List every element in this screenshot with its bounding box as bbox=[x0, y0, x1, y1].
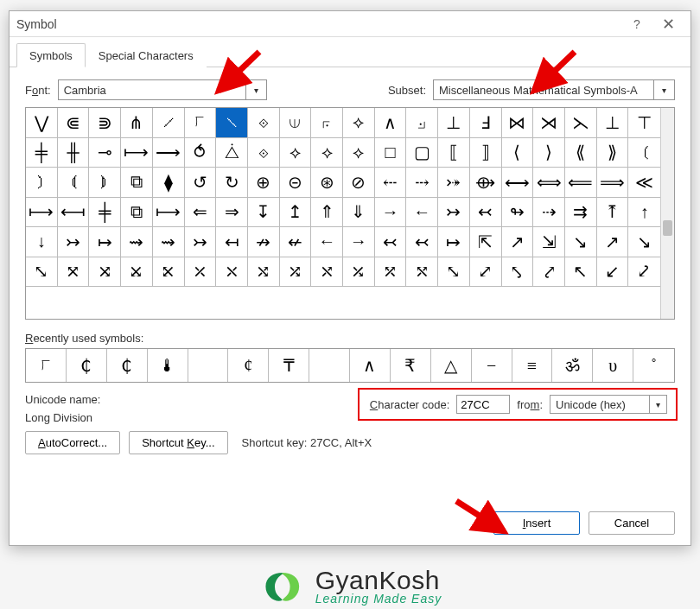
symbol-cell[interactable]: ↘ bbox=[628, 227, 660, 257]
symbol-cell[interactable]: ⤢ bbox=[470, 257, 502, 288]
recent-symbol-cell[interactable]: ∧ bbox=[350, 349, 391, 382]
symbol-cell[interactable]: ⇉ bbox=[565, 198, 597, 228]
symbol-cell[interactable]: ↢ bbox=[375, 227, 407, 257]
symbol-cell[interactable]: ⟷ bbox=[502, 168, 534, 198]
symbol-cell[interactable]: ⤏ bbox=[406, 168, 438, 198]
font-select[interactable]: Cambria ▾ bbox=[58, 79, 267, 100]
symbol-cell[interactable]: ⊸ bbox=[89, 138, 121, 168]
symbol-cell[interactable]: ↦ bbox=[89, 227, 121, 257]
recent-symbol-cell[interactable]: ˚ bbox=[633, 349, 674, 382]
symbol-cell[interactable]: ⊘ bbox=[343, 168, 375, 198]
recent-symbol-cell[interactable]: υ bbox=[593, 349, 633, 382]
symbol-cell[interactable]: ↺ bbox=[185, 168, 217, 198]
symbol-cell[interactable]: ⤎ bbox=[375, 168, 407, 198]
symbol-cell[interactable]: ⊝ bbox=[280, 168, 312, 198]
recent-symbol-cell[interactable]: ⟌ bbox=[26, 349, 67, 382]
symbol-cell[interactable]: ⟬ bbox=[58, 168, 90, 198]
recent-symbol-cell[interactable]: ₵ bbox=[67, 349, 107, 382]
symbol-cell[interactable]: ⤫ bbox=[185, 257, 217, 288]
symbol-cell[interactable]: ⋐ bbox=[58, 108, 90, 138]
symbol-cell[interactable]: ⇝ bbox=[153, 227, 185, 257]
scrollbar[interactable] bbox=[660, 108, 674, 319]
symbol-cell[interactable]: ⟶ bbox=[153, 138, 185, 168]
symbol-cell[interactable]: → bbox=[343, 227, 375, 257]
tab-special-characters[interactable]: Special Characters bbox=[86, 43, 207, 67]
symbol-cell[interactable]: ⇱ bbox=[470, 227, 502, 257]
symbol-cell[interactable]: ⟸ bbox=[565, 168, 597, 198]
recent-grid[interactable]: ⟌₵₵🌡¢₸∧₹△−≡ॐυ˚ bbox=[25, 348, 675, 383]
recent-symbol-cell[interactable]: ₵ bbox=[107, 349, 148, 382]
symbol-cell[interactable]: ⇐ bbox=[185, 198, 217, 228]
symbol-cell[interactable]: ↦ bbox=[438, 227, 470, 257]
character-code-input[interactable] bbox=[456, 395, 510, 414]
symbol-cell[interactable]: ⤮ bbox=[280, 257, 312, 288]
symbol-cell[interactable]: ↘ bbox=[565, 227, 597, 257]
from-select[interactable]: Unicode (hex) ▾ bbox=[550, 395, 667, 414]
symbol-cell[interactable]: ⤤ bbox=[533, 257, 565, 288]
symbol-cell[interactable]: ⟭ bbox=[89, 168, 121, 198]
symbol-cell[interactable]: ⋑ bbox=[89, 108, 121, 138]
symbol-cell[interactable]: ⟫ bbox=[597, 138, 629, 168]
symbol-cell[interactable]: ⊥ bbox=[597, 108, 629, 138]
symbol-cell[interactable]: ⟡ bbox=[343, 138, 375, 168]
symbol-cell[interactable]: □ bbox=[375, 138, 407, 168]
symbol-cell[interactable]: ⟻ bbox=[58, 198, 90, 228]
recent-symbol-cell[interactable]: △ bbox=[431, 349, 472, 382]
symbol-cell[interactable]: ⤪ bbox=[153, 257, 185, 288]
symbol-cell[interactable]: ⟡ bbox=[280, 138, 312, 168]
insert-button[interactable]: Insert bbox=[493, 511, 580, 535]
subset-select[interactable]: Miscellaneous Mathematical Symbols-A ▾ bbox=[433, 79, 675, 100]
symbol-cell[interactable]: ⤡ bbox=[26, 257, 58, 288]
symbol-cell[interactable]: ⤱ bbox=[375, 257, 407, 288]
symbol-cell[interactable]: ⋋ bbox=[565, 108, 597, 138]
symbol-cell[interactable]: ⟺ bbox=[533, 168, 565, 198]
symbol-cell[interactable]: ⇲ bbox=[533, 227, 565, 257]
symbol-cell[interactable]: ⤰ bbox=[343, 257, 375, 288]
symbol-cell[interactable]: ↣ bbox=[58, 227, 90, 257]
symbol-cell[interactable]: ⊛ bbox=[311, 168, 343, 198]
symbol-cell[interactable]: ↣ bbox=[438, 198, 470, 228]
symbol-cell[interactable]: ⋈ bbox=[502, 108, 534, 138]
symbol-cell[interactable]: ⟨ bbox=[502, 138, 534, 168]
recent-symbol-cell[interactable]: ¢ bbox=[228, 349, 269, 382]
symbol-cell[interactable]: ⤲ bbox=[406, 257, 438, 288]
symbol-cell[interactable]: ⤬ bbox=[216, 257, 248, 288]
symbol-cell[interactable]: ↛ bbox=[248, 227, 280, 257]
symbol-cell[interactable]: ⟌ bbox=[185, 108, 217, 138]
symbol-cell[interactable]: ⟯ bbox=[26, 168, 58, 198]
recent-symbol-cell[interactable]: ॐ bbox=[552, 349, 593, 382]
symbol-cell[interactable]: ← bbox=[311, 227, 343, 257]
symbol-grid[interactable]: ⋁⋐⋑⋔⟋⟌⟍⟐⟒⟔⟡∧⟓⊥Ⅎ⋈⋊⋋⊥⊤╪╫⊸⟼⟶⥀⧊⟐⟡⟡⟡□▢⟦⟧⟨⟩⟪⟫⟮… bbox=[26, 108, 660, 319]
symbol-cell[interactable]: ⤭ bbox=[248, 257, 280, 288]
symbol-cell[interactable]: ╫ bbox=[58, 138, 90, 168]
symbol-cell[interactable]: ⟼ bbox=[153, 198, 185, 228]
symbol-cell[interactable]: ↗ bbox=[502, 227, 534, 257]
recent-symbol-cell[interactable] bbox=[309, 349, 350, 382]
symbol-cell[interactable]: ↻ bbox=[216, 168, 248, 198]
symbol-cell[interactable]: ⤒ bbox=[597, 198, 629, 228]
symbol-cell[interactable]: ⟼ bbox=[121, 138, 153, 168]
symbol-cell[interactable]: ⇢ bbox=[533, 198, 565, 228]
symbol-cell[interactable]: ⟓ bbox=[406, 108, 438, 138]
symbol-cell[interactable]: ⟐ bbox=[248, 108, 280, 138]
symbol-cell[interactable]: ⊥ bbox=[438, 108, 470, 138]
recent-symbol-cell[interactable]: ₹ bbox=[391, 349, 431, 382]
scrollbar-thumb[interactable] bbox=[663, 220, 672, 236]
symbol-cell[interactable]: ╪ bbox=[89, 198, 121, 228]
symbol-cell[interactable]: ↢ bbox=[406, 227, 438, 257]
symbol-cell[interactable]: ↙ bbox=[597, 257, 629, 288]
symbol-cell[interactable]: ⤡ bbox=[438, 257, 470, 288]
symbol-cell[interactable]: ⇒ bbox=[216, 198, 248, 228]
recent-symbol-cell[interactable]: 🌡 bbox=[148, 349, 188, 382]
symbol-cell[interactable]: ⋔ bbox=[121, 108, 153, 138]
symbol-cell[interactable]: ⟦ bbox=[438, 138, 470, 168]
symbol-cell[interactable]: ⤯ bbox=[311, 257, 343, 288]
symbol-cell[interactable]: ↚ bbox=[280, 227, 312, 257]
symbol-cell[interactable]: ⤨ bbox=[89, 257, 121, 288]
symbol-cell[interactable]: ⤦ bbox=[628, 257, 660, 288]
symbol-cell[interactable]: ⋁ bbox=[26, 108, 58, 138]
symbol-cell[interactable]: ↖ bbox=[565, 257, 597, 288]
tab-symbols[interactable]: Symbols bbox=[16, 43, 86, 67]
symbol-cell[interactable]: ⤣ bbox=[502, 257, 534, 288]
symbol-cell[interactable]: ⊕ bbox=[248, 168, 280, 198]
